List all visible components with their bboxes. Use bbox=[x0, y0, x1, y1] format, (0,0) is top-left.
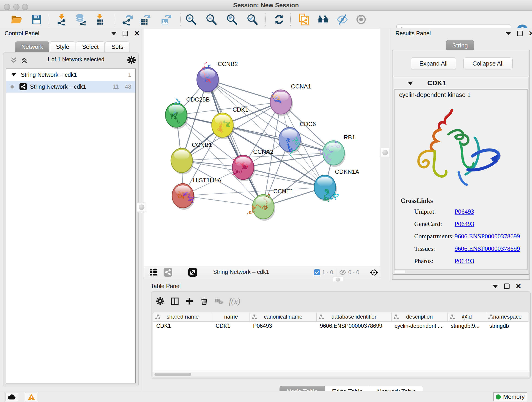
save-session-icon[interactable] bbox=[31, 13, 43, 26]
network-graph[interactable]: CCNB2CCNA1CDC25BCDK1CDC6RB1CCNB1CCNA2CDK… bbox=[144, 29, 380, 266]
gear-icon[interactable] bbox=[127, 55, 136, 65]
tab-network[interactable]: Network bbox=[15, 41, 49, 52]
table-cell[interactable]: stringdb:9... bbox=[448, 322, 486, 331]
zoom-selected-icon[interactable] bbox=[246, 13, 258, 26]
right-splitter-handle[interactable] bbox=[380, 148, 390, 157]
float-panel-icon[interactable] bbox=[517, 31, 523, 36]
zoom-in-icon[interactable] bbox=[185, 13, 197, 26]
float-panel-icon[interactable] bbox=[504, 283, 510, 289]
panel-menu-icon[interactable] bbox=[111, 32, 117, 35]
crosslink-link[interactable]: P06493 bbox=[455, 208, 474, 215]
export-table-icon[interactable] bbox=[139, 13, 151, 26]
edge-HIST1H1A-CCNE1[interactable] bbox=[183, 196, 263, 207]
memory-status-dot-icon bbox=[496, 395, 501, 400]
node-CCNA1[interactable]: CCNA1 bbox=[270, 83, 311, 116]
export-image-icon[interactable] bbox=[160, 13, 172, 26]
column-header-canonical-name[interactable]: canonical name bbox=[250, 313, 317, 322]
import-table-file-icon[interactable] bbox=[94, 13, 106, 26]
crosslink-link[interactable]: 9606.ENSP00000378699 bbox=[455, 233, 520, 240]
crosslink-link[interactable]: P06493 bbox=[455, 220, 474, 228]
warning-status-button[interactable] bbox=[25, 393, 38, 401]
export-network-icon[interactable] bbox=[121, 13, 133, 26]
import-network-file-icon[interactable] bbox=[56, 13, 68, 26]
eye-icon[interactable] bbox=[355, 13, 367, 26]
network-row[interactable]: String Network – cdk1 11 48 bbox=[6, 81, 135, 93]
table-cell[interactable]: stringdb bbox=[486, 322, 529, 331]
collapse-all-icon[interactable] bbox=[10, 57, 17, 64]
home-stringify-icon[interactable] bbox=[317, 13, 329, 26]
table-hscroll-thumb[interactable] bbox=[154, 373, 191, 376]
close-panel-icon[interactable]: ✕ bbox=[515, 283, 521, 289]
node-CDC6[interactable]: CDC6 bbox=[279, 121, 316, 156]
results-hscrollbar[interactable] bbox=[394, 270, 528, 274]
open-session-icon[interactable] bbox=[11, 13, 22, 26]
node-CDKN1A[interactable]: CDKN1A bbox=[314, 168, 359, 202]
delete-table-icon[interactable] bbox=[214, 297, 223, 306]
network-view-share-icon[interactable] bbox=[164, 268, 172, 277]
column-header-name[interactable]: name bbox=[212, 313, 250, 322]
table-cell[interactable]: 9606.ENSP00000378699 bbox=[317, 322, 391, 331]
network-collection-row[interactable]: String Network – cdk1 1 bbox=[6, 69, 135, 81]
expand-all-button[interactable]: Expand All bbox=[411, 57, 456, 70]
table-gear-icon[interactable] bbox=[156, 297, 165, 306]
panel-menu-icon[interactable] bbox=[506, 32, 511, 35]
expand-all-icon[interactable] bbox=[21, 57, 28, 64]
column-header-namespace[interactable]: namespace bbox=[486, 313, 529, 322]
collapse-all-button[interactable]: Collapse All bbox=[463, 57, 513, 70]
accordion-expander-icon[interactable] bbox=[408, 81, 413, 85]
hide-glass-eye-icon[interactable] bbox=[336, 13, 348, 26]
function-builder-icon[interactable]: f(x) bbox=[229, 296, 240, 306]
crosslink-link[interactable]: 9606.ENSP00000378699 bbox=[455, 245, 520, 252]
hidden-eye-icon[interactable] bbox=[339, 269, 346, 275]
close-panel-icon[interactable]: ✕ bbox=[134, 31, 140, 36]
node-label-CCNB1: CCNB1 bbox=[192, 141, 212, 148]
open-in-window-icon[interactable] bbox=[188, 268, 197, 277]
table-hscrollbar[interactable] bbox=[153, 372, 529, 377]
float-panel-icon[interactable] bbox=[123, 31, 128, 36]
show-columns-icon[interactable] bbox=[170, 297, 179, 306]
table-cell[interactable]: CDK1 bbox=[212, 322, 250, 331]
zoom-out-icon[interactable] bbox=[205, 13, 217, 26]
node-CCNB2[interactable]: CCNB2 bbox=[197, 61, 238, 94]
delete-column-icon[interactable] bbox=[200, 297, 209, 306]
node-CCNB1[interactable]: CCNB1 bbox=[171, 141, 212, 174]
edge-CDK1-RB1[interactable] bbox=[222, 125, 334, 153]
clone-network-icon[interactable] bbox=[297, 13, 309, 26]
tab-sets[interactable]: Sets bbox=[105, 41, 129, 52]
birds-eye-toggle-icon[interactable] bbox=[370, 268, 378, 277]
tab-select[interactable]: Select bbox=[76, 41, 105, 52]
crosslink-link[interactable]: P06493 bbox=[455, 257, 474, 265]
results-hscroll-thumb[interactable] bbox=[395, 270, 405, 273]
protein-description: cyclin-dependent kinase 1 bbox=[399, 91, 471, 99]
selected-checkbox-icon[interactable] bbox=[314, 269, 320, 275]
column-header-@id[interactable]: @id bbox=[448, 313, 486, 322]
edge-CCNB2-CCNE1[interactable] bbox=[208, 80, 263, 207]
table-cell[interactable]: cyclin-dependent ... bbox=[392, 322, 448, 331]
left-splitter-handle[interactable] bbox=[137, 203, 146, 212]
panel-menu-icon[interactable] bbox=[493, 285, 498, 288]
table-cell[interactable]: CDK1 bbox=[153, 322, 212, 331]
node-HIST1H1A[interactable]: HIST1H1A bbox=[172, 177, 222, 210]
table-row[interactable]: CDK1CDK1P064939606.ENSP00000378699cyclin… bbox=[153, 322, 529, 331]
table-box: f(x) shared namenamecanonical namedataba… bbox=[151, 291, 531, 379]
tab-string[interactable]: String bbox=[446, 40, 474, 51]
network-canvas[interactable]: CCNB2CCNA1CDC25BCDK1CDC6RB1CCNB1CCNA2CDK… bbox=[144, 29, 380, 266]
column-header-shared-name[interactable]: shared name bbox=[153, 313, 212, 322]
close-panel-icon[interactable]: ✕ bbox=[529, 31, 532, 36]
node-RB1[interactable]: RB1 bbox=[318, 134, 355, 167]
zoom-fit-icon[interactable] bbox=[226, 13, 238, 26]
import-network-database-icon[interactable] bbox=[75, 13, 87, 26]
grid-view-icon[interactable] bbox=[150, 269, 158, 276]
tab-style[interactable]: Style bbox=[50, 41, 75, 52]
crosslink-label: GeneCard: bbox=[414, 220, 442, 228]
cloud-status-button[interactable] bbox=[5, 393, 18, 401]
tree-expander-icon[interactable] bbox=[11, 73, 16, 77]
column-header-description[interactable]: description bbox=[392, 313, 448, 322]
table-cell[interactable]: P06493 bbox=[250, 322, 317, 331]
add-column-icon[interactable] bbox=[185, 297, 194, 306]
protein-accordion-header[interactable]: CDK1 bbox=[393, 77, 529, 89]
column-header-database-identifier[interactable]: database identifier bbox=[317, 313, 391, 322]
memory-button[interactable]: Memory bbox=[493, 392, 527, 401]
node-CCNE1[interactable]: CCNE1 bbox=[247, 188, 293, 221]
refresh-icon[interactable] bbox=[273, 13, 285, 26]
